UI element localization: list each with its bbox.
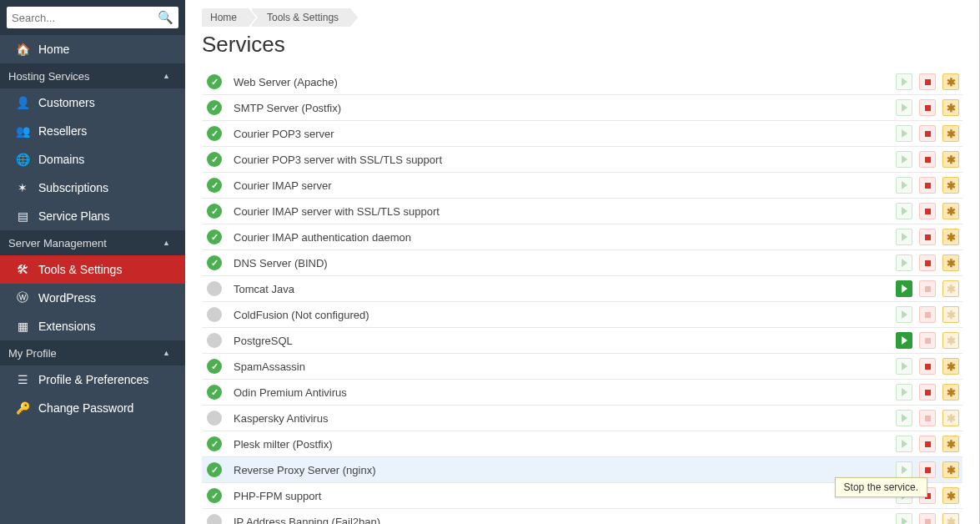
start-button[interactable]	[896, 306, 912, 323]
service-row[interactable]: ✓Odin Premium Antivirus✱	[202, 380, 962, 406]
restart-button[interactable]: ✱	[942, 358, 959, 375]
stop-button[interactable]	[919, 384, 936, 401]
service-row[interactable]: IP Address Banning (Fail2ban)✱	[202, 509, 962, 524]
stop-button[interactable]	[919, 254, 936, 271]
service-row[interactable]: ✓DNS Server (BIND)✱	[202, 250, 962, 276]
restart-button[interactable]: ✱	[942, 384, 959, 401]
restart-button[interactable]: ✱	[942, 487, 959, 504]
nav-home[interactable]: 🏠 Home	[0, 35, 185, 63]
stop-button[interactable]	[919, 358, 936, 375]
restart-button[interactable]: ✱	[942, 73, 959, 90]
caret-up-icon: ▲	[163, 349, 170, 357]
nav-item[interactable]: 🛠Tools & Settings	[0, 255, 185, 284]
service-actions: ✱	[896, 332, 959, 349]
service-name: Plesk milter (Postfix)	[234, 438, 896, 451]
service-row[interactable]: ✓PHP-FPM support✱	[202, 483, 962, 509]
restart-button[interactable]: ✱	[942, 99, 959, 116]
stop-button[interactable]	[919, 151, 936, 168]
nav-section[interactable]: Server Management▲	[0, 230, 185, 255]
nav-item-label: Subscriptions	[38, 181, 108, 194]
play-icon	[902, 207, 907, 215]
nav-item[interactable]: 👤Customers	[0, 88, 185, 117]
search-box[interactable]: 🔍	[7, 7, 178, 28]
service-actions: ✱	[896, 125, 959, 142]
service-row[interactable]: ✓SMTP Server (Postfix)✱	[202, 95, 962, 121]
gear-icon: ✱	[947, 179, 956, 192]
search-wrap: 🔍	[0, 0, 185, 35]
service-row[interactable]: ✓Courier IMAP authentication daemon✱	[202, 224, 962, 250]
service-row[interactable]: Kaspersky Antivirus✱	[202, 406, 962, 431]
restart-button[interactable]: ✱	[942, 254, 959, 271]
nav-item-icon: ☰	[15, 373, 30, 386]
restart-button[interactable]: ✱	[942, 125, 959, 142]
service-row[interactable]: ✓Courier IMAP server with SSL/TLS suppor…	[202, 199, 962, 224]
nav-item-icon: 👤	[15, 96, 30, 109]
stop-icon	[925, 467, 931, 473]
restart-button[interactable]: ✱	[942, 229, 959, 245]
nav-section[interactable]: My Profile▲	[0, 340, 185, 365]
search-icon[interactable]: 🔍	[158, 10, 173, 25]
service-name: Courier IMAP authentication daemon	[234, 231, 896, 244]
service-row[interactable]: ✓Web Server (Apache)✱	[202, 69, 962, 95]
nav-item[interactable]: ✶Subscriptions	[0, 174, 185, 202]
nav-item[interactable]: 👥Resellers	[0, 117, 185, 145]
restart-button[interactable]: ✱	[942, 151, 959, 168]
nav-item[interactable]: 🔑Change Password	[0, 394, 185, 422]
start-button[interactable]	[896, 332, 912, 349]
service-row[interactable]: ✓Courier POP3 server✱	[202, 121, 962, 147]
nav-item[interactable]: ☰Profile & Preferences	[0, 365, 185, 394]
nav-item-icon: 🔑	[15, 401, 30, 415]
service-row[interactable]: ✓Plesk milter (Postfix)✱	[202, 431, 962, 457]
play-icon	[902, 103, 907, 112]
nav-item-label: Resellers	[38, 124, 87, 138]
start-button	[896, 99, 912, 116]
service-actions: ✱	[896, 487, 959, 504]
service-name: PHP-FPM support	[234, 490, 896, 502]
restart-button[interactable]: ✱	[942, 461, 959, 478]
stop-button[interactable]	[919, 461, 936, 478]
service-row[interactable]: ✓Courier IMAP server✱	[202, 173, 962, 199]
breadcrumb-item[interactable]: Home	[202, 8, 249, 27]
restart-button[interactable]: ✱	[942, 203, 959, 219]
nav-item[interactable]: ▤Service Plans	[0, 202, 185, 230]
stop-button[interactable]	[919, 229, 936, 245]
stop-button[interactable]	[919, 125, 936, 142]
restart-button[interactable]: ✱	[942, 436, 959, 452]
gear-icon: ✱	[947, 76, 956, 88]
stop-button[interactable]	[919, 177, 936, 194]
start-button[interactable]	[896, 280, 912, 297]
service-row[interactable]: ✓Courier POP3 server with SSL/TLS suppor…	[202, 147, 962, 173]
service-row[interactable]: Tomcat Java✱	[202, 276, 962, 302]
status-running-icon: ✓	[207, 385, 222, 400]
start-button[interactable]	[896, 513, 912, 524]
service-row[interactable]: ✓SpamAssassin✱	[202, 354, 962, 380]
service-row[interactable]: ColdFusion (Not configured)✱	[202, 302, 962, 328]
service-row[interactable]: PostgreSQL✱	[202, 328, 962, 354]
service-row[interactable]: ✓Reverse Proxy Server (nginx)✱	[202, 457, 962, 483]
nav-item-label: WordPress	[38, 291, 96, 305]
stop-button[interactable]	[919, 73, 936, 90]
restart-button[interactable]: ✱	[942, 177, 959, 194]
stop-button[interactable]	[919, 436, 936, 452]
play-icon	[902, 414, 907, 422]
stop-button[interactable]	[919, 99, 936, 116]
play-icon	[902, 233, 907, 241]
gear-icon: ✱	[947, 128, 956, 140]
start-button[interactable]	[896, 410, 912, 426]
nav-item[interactable]: 🌐Domains	[0, 145, 185, 174]
breadcrumb-item[interactable]: Tools & Settings	[252, 8, 350, 27]
nav-item[interactable]: ▦Extensions	[0, 312, 185, 340]
service-name: SMTP Server (Postfix)	[234, 102, 896, 114]
restart-button: ✱	[942, 332, 959, 349]
nav-item-icon: ▤	[15, 209, 30, 223]
nav-item[interactable]: ⓦWordPress	[0, 284, 185, 312]
nav-section[interactable]: Hosting Services▲	[0, 63, 185, 88]
stop-icon	[925, 364, 931, 370]
nav-item-icon: 👥	[15, 124, 30, 138]
service-name: Courier IMAP server with SSL/TLS support	[234, 205, 896, 218]
restart-button: ✱	[942, 306, 959, 323]
stop-button[interactable]	[919, 203, 936, 219]
stop-button	[919, 280, 936, 297]
stop-button[interactable]	[919, 487, 936, 504]
search-input[interactable]	[12, 12, 158, 24]
